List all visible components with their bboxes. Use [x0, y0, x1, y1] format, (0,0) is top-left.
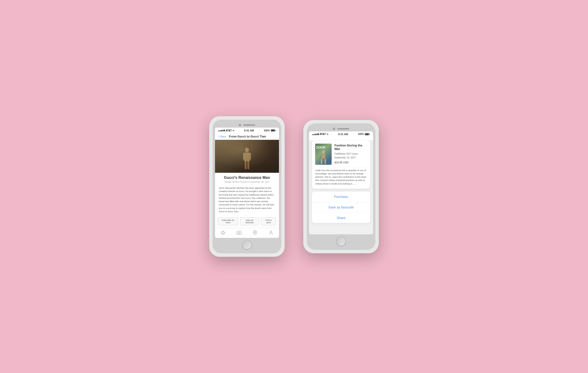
phone-2-screen: AT&T ∿ 9:41 AM 100% [309, 131, 373, 234]
purchase-button[interactable]: Purchase [312, 192, 370, 202]
article-subtitle: Vintage Fashion Issued on September 4th,… [219, 181, 275, 183]
time-label: 9:41 AM [244, 129, 254, 132]
signal-dots [218, 130, 225, 131]
speaker [243, 124, 255, 126]
battery-percent-2: 100% [358, 133, 364, 135]
modal-screen-content: DOOR Fashion During the War [309, 140, 373, 234]
svg-point-8 [254, 232, 256, 233]
phone-1-inner: AT&T ∿ 9:41 AM 100% < Back Fr [213, 120, 281, 253]
wifi-icon: ∿ [232, 129, 234, 132]
article-image-figure [241, 147, 253, 173]
date-line: September 10, 2017 [335, 156, 367, 160]
modal-card-edition: Fall/Winter 2017 Issue September 10, 201… [335, 152, 367, 160]
scene: AT&T ∿ 9:41 AM 100% < Back Fr [195, 102, 393, 271]
svg-rect-12 [321, 159, 322, 164]
front-camera-2 [333, 128, 335, 130]
svg-rect-4 [245, 161, 246, 169]
speaker-2 [337, 128, 349, 130]
page-title: From Gucci to Gucci Tian [226, 135, 269, 138]
phone-1: AT&T ∿ 9:41 AM 100% < Back Fr [209, 116, 284, 257]
tab-location[interactable] [252, 230, 258, 235]
article-body: Since Alessandro Michele has been appoin… [215, 185, 279, 215]
svg-point-7 [238, 232, 240, 234]
back-button[interactable]: < Back [218, 135, 226, 138]
home-button[interactable] [242, 240, 252, 250]
modal-card-description: Aside from the occasional nod to epaulet… [315, 167, 367, 185]
modal-card-info: Fashion During the War Fall/Winter 2017 … [335, 144, 367, 165]
home-button-2[interactable] [336, 237, 346, 246]
svg-point-9 [270, 231, 272, 233]
phone-2-home-area [309, 234, 373, 248]
battery-percent: 100% [264, 129, 270, 132]
phone-2: AT&T ∿ 9:41 AM 100% [304, 120, 379, 253]
svg-rect-2 [243, 153, 245, 160]
edition-line: Fall/Winter 2017 Issue [335, 152, 367, 156]
carrier-label: AT&T [226, 129, 232, 132]
front-camera [239, 124, 241, 126]
carrier-label-2: AT&T [320, 133, 326, 135]
phone-1-top-bar [215, 122, 279, 128]
modal-action-buttons: Purchase Save as favourite Share [312, 192, 370, 223]
status-bar: AT&T ∿ 9:41 AM 100% [215, 128, 279, 133]
tab-bar [215, 228, 279, 238]
phone-home-area [215, 238, 279, 251]
svg-point-10 [322, 151, 325, 153]
article-meta: Gucci's Renaissance Man Vintage Fashion … [215, 173, 279, 185]
modal-card-title: Fashion During the War [335, 144, 367, 151]
modal-card-header: DOOR Fashion During the War [315, 144, 367, 165]
svg-rect-3 [249, 153, 251, 160]
find-in-store-button[interactable]: Find in store [261, 217, 276, 225]
battery-icon-2 [365, 133, 370, 135]
status-bar-2: AT&T ∿ 9:41 AM 100% [309, 131, 373, 137]
cover-figure [317, 148, 329, 165]
tab-profile[interactable] [268, 230, 274, 235]
modal-card-price: $19.99 USD [335, 161, 367, 164]
save-favourite-button-2[interactable]: Save as favourite [312, 202, 370, 213]
svg-rect-11 [322, 153, 325, 158]
svg-point-0 [245, 148, 249, 152]
article-title: Gucci's Renaissance Man [219, 176, 275, 180]
nav-bar: < Back From Gucci to Gucci Tian [215, 133, 279, 140]
article-image [215, 140, 279, 173]
action-buttons-group: Subscribe for more Save as favourite Fin… [215, 215, 279, 228]
tab-favourites[interactable] [220, 230, 226, 235]
phone-2-top-bar [309, 126, 373, 131]
signal-dots-2 [312, 133, 319, 135]
subscribe-button[interactable]: Subscribe for more [218, 217, 238, 225]
phone-1-screen: AT&T ∿ 9:41 AM 100% < Back Fr [215, 128, 279, 238]
time-label-2: 9:41 AM [338, 133, 348, 136]
svg-rect-5 [247, 161, 249, 169]
svg-marker-6 [221, 231, 225, 235]
wifi-icon-2: ∿ [326, 133, 328, 135]
tab-camera[interactable] [236, 230, 242, 235]
battery-icon [271, 129, 276, 132]
phone-2-inner: AT&T ∿ 9:41 AM 100% [307, 123, 375, 250]
save-favourite-button[interactable]: Save as favourite [240, 217, 259, 225]
share-button[interactable]: Share [312, 213, 370, 223]
magazine-thumbnail: DOOR [315, 144, 332, 165]
modal-card: DOOR Fashion During the War [312, 140, 370, 189]
svg-rect-13 [325, 159, 326, 164]
